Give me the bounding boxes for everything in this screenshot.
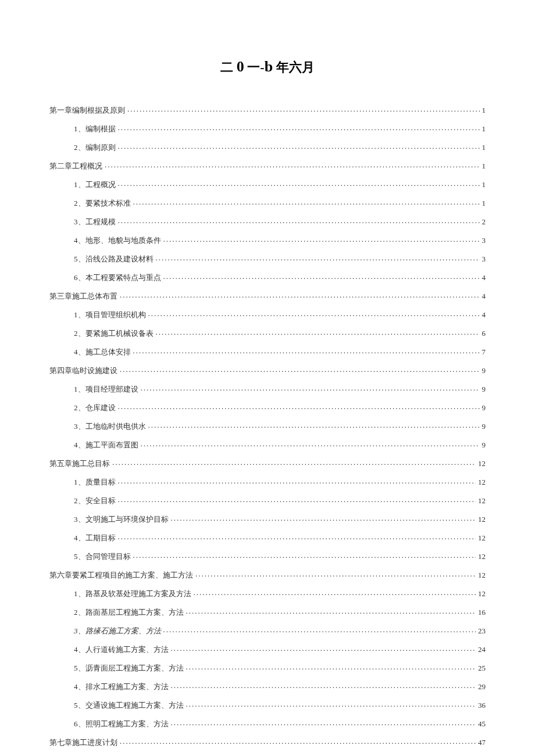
toc-entry: 6、本工程要紧特点与重点4 [74,273,486,281]
toc-page-number: 47 [476,739,486,746]
toc-entry: 2、路面基层工程施工方案、方法16 [74,607,486,616]
toc-label: 4、排水工程施工方案、方法 [74,683,171,690]
toc-page-number: 12 [476,590,486,597]
toc-leader-dots [141,384,480,392]
toc-label: 4、施工总体安排 [74,348,133,356]
toc-entry: 4、人行道砖施工方案、方法24 [74,644,486,653]
toc-entry: 第七章施工进度计划47 [49,737,486,746]
toc-entry: 6、照明工程施工方案、方法45 [74,719,486,728]
toc-label: 2、安全目标 [74,497,118,504]
toc-page-number: 23 [476,627,486,635]
toc-page-number: 9 [480,404,486,411]
toc-entry: 1、工程概况1 [74,180,486,188]
toc-page-number: 12 [476,571,486,579]
toc-page-number: 12 [476,534,486,542]
toc-entry: 第六章要紧工程项目的施工方案、施工方法12 [49,570,486,579]
toc-entry: 第一章编制根据及原则1 [49,105,486,114]
toc-page-number: 3 [480,237,486,244]
toc-leader-dots [156,254,480,261]
toc-leader-dots [118,533,476,540]
toc-leader-dots [118,477,476,485]
title-mid: 一- [247,60,264,74]
toc-leader-dots [105,161,480,169]
title-suffix: 年六月 [276,60,315,74]
toc-page-number: 6 [480,329,486,337]
toc-leader-dots [120,366,480,373]
toc-entry: 1、路基及软基处理施工方案及方法12 [74,589,486,597]
toc-page-number: 1 [480,144,486,151]
toc-leader-dots [148,421,480,429]
toc-label: 第三章施工总体布置 [49,292,120,300]
toc-page-number: 1 [480,125,486,132]
toc-leader-dots [156,328,480,336]
toc-entry: 3、工程规模2 [74,217,486,225]
toc-leader-dots [195,570,476,578]
title-big1: 0 [237,58,244,75]
toc-page-number: 36 [476,701,486,709]
toc-page-number: 9 [480,441,486,449]
title-prefix: 二 [220,60,233,74]
toc-label: 1、编制根据 [74,125,118,132]
toc-page-number: 1 [480,199,486,207]
toc-label: 第五章施工总目标 [49,460,112,467]
toc-page-number: 12 [476,460,486,467]
toc-page-number: 4 [480,274,486,281]
toc-page-number: 7 [480,348,486,356]
toc-leader-dots [118,124,480,131]
toc-entry: 5、合同管理目标12 [74,551,486,560]
toc-leader-dots [127,105,480,113]
toc-entry: 2、编制原则1 [74,142,486,151]
toc-label: 5、沿线公路及建设材料 [74,255,156,263]
toc-entry: 5、沥青面层工程施工方案、方法25 [74,663,486,672]
toc-leader-dots [112,458,476,466]
toc-entry: 4、工期目标12 [74,533,486,542]
toc-entry: 2、安全目标12 [74,496,486,504]
toc-page-number: 12 [476,553,486,560]
toc-entry: 3、工地临时供电供水9 [74,421,486,430]
toc-label: 5、交通设施工程施工方案、方法 [74,701,186,709]
toc-leader-dots [163,273,480,280]
toc-label: 第四章临时设施建设 [49,367,120,374]
toc-leader-dots [163,235,480,243]
toc-page-number: 45 [476,720,486,728]
toc-label: 6、照明工程施工方案、方法 [74,720,171,728]
toc-label: 3、工地临时供电供水 [74,422,148,430]
toc-leader-dots [171,682,476,689]
toc-entry: 2、要紧施工机械设备表6 [74,328,486,337]
toc-leader-dots [133,551,476,559]
toc-label: 2、要紧施工机械设备表 [74,329,156,337]
toc-leader-dots [118,142,480,150]
toc-label: 6、本工程要紧特点与重点 [74,274,163,281]
toc-label: 4、施工平面布置图 [74,441,141,449]
toc-label: 3、文明施工与环境保护目标 [74,515,171,523]
toc-page-number: 3 [480,255,486,263]
toc-label: 2、要紧技术标准 [74,199,133,207]
toc-leader-dots [171,644,476,652]
toc-leader-dots [118,180,480,187]
toc-entry: 第二章工程概况1 [49,161,486,170]
toc-entry: 4、排水工程施工方案、方法29 [74,682,486,690]
toc-label: 第七章施工进度计划 [49,739,120,746]
toc-entry: 5、交通设施工程施工方案、方法36 [74,700,486,709]
toc-leader-dots [133,198,480,206]
toc-entry: 2、仓库建设9 [74,403,486,411]
toc-page-number: 9 [480,385,486,393]
toc-entry: 3、文明施工与环境保护目标12 [74,514,486,523]
toc-leader-dots [141,440,480,447]
toc-page-number: 24 [476,646,486,653]
toc-label: 第一章编制根据及原则 [49,106,127,114]
toc-entry: 第四章临时设施建设9 [49,366,486,374]
toc-label: 1、工程概况 [74,181,118,188]
toc-leader-dots [120,291,480,299]
toc-leader-dots [118,403,480,410]
toc-leader-dots [120,737,476,745]
toc-leader-dots [163,626,476,633]
toc-label: 4、人行道砖施工方案、方法 [74,646,171,653]
toc-leader-dots [171,514,476,522]
toc-page-number: 1 [480,106,486,114]
toc-page-number: 9 [480,422,486,430]
toc-label: 第二章工程概况 [49,162,105,170]
title-big2: b [265,58,273,75]
toc-label: 1、项目管理组织机构 [74,311,148,318]
toc-entry: 第三章施工总体布置4 [49,291,486,300]
